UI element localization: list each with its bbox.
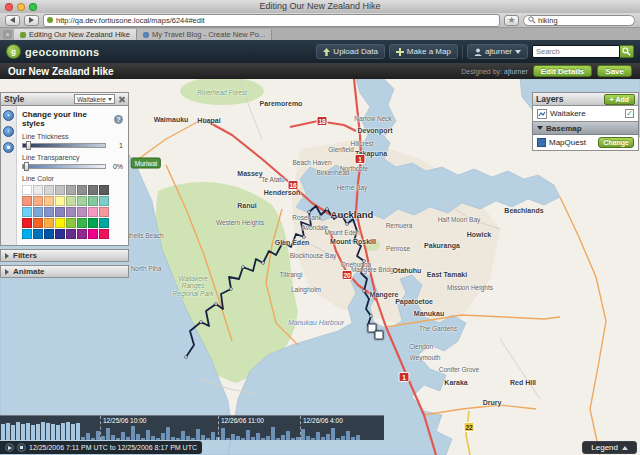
color-swatch[interactable] bbox=[77, 185, 87, 195]
color-swatch[interactable] bbox=[22, 229, 32, 239]
color-swatch[interactable] bbox=[77, 218, 87, 228]
color-swatch[interactable] bbox=[44, 196, 54, 206]
style-panel-header[interactable]: Style Waitakere bbox=[0, 92, 129, 106]
site-search bbox=[532, 45, 634, 58]
color-swatch[interactable] bbox=[22, 196, 32, 206]
browser-search-input[interactable] bbox=[538, 16, 618, 25]
color-swatch[interactable] bbox=[66, 196, 76, 206]
color-swatch[interactable] bbox=[66, 207, 76, 217]
forward-button[interactable] bbox=[24, 15, 39, 26]
timeline-strip[interactable]: 12/25/06 10:0012/26/06 11:0012/26/06 4:0… bbox=[0, 415, 384, 440]
color-swatch[interactable] bbox=[88, 207, 98, 217]
line-thickness-slider[interactable] bbox=[22, 143, 106, 148]
color-swatch[interactable] bbox=[66, 218, 76, 228]
color-swatch[interactable] bbox=[33, 218, 43, 228]
color-swatch[interactable] bbox=[55, 185, 65, 195]
histogram-bar bbox=[26, 423, 30, 440]
color-swatch[interactable] bbox=[22, 218, 32, 228]
histogram-bar bbox=[186, 436, 190, 440]
color-swatch[interactable] bbox=[88, 196, 98, 206]
color-swatch[interactable] bbox=[44, 218, 54, 228]
color-swatch[interactable] bbox=[33, 207, 43, 217]
stop-button[interactable] bbox=[17, 443, 26, 452]
color-swatch[interactable] bbox=[22, 207, 32, 217]
color-swatch[interactable] bbox=[99, 218, 109, 228]
tab-travel-blog[interactable]: My Travel Blog - Create New Po... bbox=[137, 29, 272, 40]
histogram-bar bbox=[21, 424, 25, 440]
filters-title: Filters bbox=[13, 251, 37, 260]
slider-thumb[interactable] bbox=[26, 141, 31, 150]
color-swatch[interactable] bbox=[88, 229, 98, 239]
color-swatch[interactable] bbox=[66, 185, 76, 195]
geocommons-logo[interactable]: g geocommons bbox=[6, 44, 100, 59]
layer-row-waitakere[interactable]: Waitakere bbox=[532, 106, 639, 122]
tab-editing-map[interactable]: Editing Our New Zealand Hike bbox=[14, 29, 137, 40]
histogram-bar bbox=[86, 433, 90, 440]
add-layer-button[interactable]: + Add bbox=[604, 94, 635, 105]
color-swatch[interactable] bbox=[33, 185, 43, 195]
back-button[interactable] bbox=[5, 15, 20, 26]
browser-search[interactable] bbox=[523, 15, 635, 26]
layers-panel-header[interactable]: Layers + Add bbox=[532, 92, 639, 106]
bookmark-button[interactable]: ★ bbox=[504, 15, 519, 26]
color-swatch[interactable] bbox=[88, 218, 98, 228]
line-style-icon[interactable]: / bbox=[3, 126, 14, 137]
color-swatch[interactable] bbox=[44, 185, 54, 195]
color-swatch[interactable] bbox=[55, 218, 65, 228]
make-a-map-button[interactable]: Make a Map bbox=[389, 44, 458, 59]
close-panel-icon[interactable] bbox=[118, 96, 125, 103]
url-input[interactable] bbox=[56, 16, 496, 25]
address-bar[interactable] bbox=[43, 14, 500, 27]
color-swatch[interactable] bbox=[99, 185, 109, 195]
designer-link[interactable]: ajturner bbox=[504, 68, 528, 75]
site-search-button[interactable] bbox=[620, 45, 634, 58]
color-swatch[interactable] bbox=[66, 229, 76, 239]
color-swatch[interactable] bbox=[44, 207, 54, 217]
color-swatch[interactable] bbox=[55, 229, 65, 239]
close-tab-icon[interactable]: × bbox=[3, 30, 12, 39]
color-swatch[interactable] bbox=[99, 196, 109, 206]
color-swatch[interactable] bbox=[99, 207, 109, 217]
color-swatch[interactable] bbox=[33, 229, 43, 239]
style-tool-strip: • / ■ bbox=[1, 106, 17, 245]
basemap-section-header[interactable]: Basemap bbox=[532, 122, 639, 135]
user-menu[interactable]: ajturner bbox=[467, 44, 528, 59]
color-swatch[interactable] bbox=[77, 196, 87, 206]
filters-section[interactable]: Filters bbox=[0, 249, 129, 262]
color-swatch[interactable] bbox=[77, 207, 87, 217]
style-layer-select[interactable]: Waitakere bbox=[74, 94, 115, 104]
histogram-bar bbox=[221, 428, 225, 440]
upload-data-button[interactable]: Upload Data bbox=[316, 44, 384, 59]
point-style-icon[interactable]: • bbox=[3, 110, 14, 121]
polygon-style-icon[interactable]: ■ bbox=[3, 142, 14, 153]
color-swatch[interactable] bbox=[99, 229, 109, 239]
logo-icon: g bbox=[6, 44, 21, 59]
timeline-tick: 12/25/06 10:00 bbox=[100, 416, 101, 440]
site-search-input[interactable] bbox=[532, 45, 620, 58]
slider-thumb[interactable] bbox=[24, 162, 29, 171]
histogram-bar bbox=[6, 423, 10, 440]
play-button[interactable] bbox=[5, 443, 14, 452]
help-icon[interactable]: ? bbox=[114, 115, 123, 124]
color-swatch[interactable] bbox=[22, 185, 32, 195]
basemap-name: MapQuest bbox=[549, 138, 595, 147]
histogram-bar bbox=[31, 425, 35, 440]
layer-visibility-checkbox[interactable] bbox=[625, 109, 634, 118]
map-canvas[interactable]: Riverhead ForestParemoremoWaimaukuHuapai… bbox=[0, 79, 640, 455]
color-swatch[interactable] bbox=[55, 207, 65, 217]
animate-section[interactable]: Animate bbox=[0, 265, 129, 278]
edit-details-button[interactable]: Edit Details bbox=[533, 65, 593, 77]
color-swatch[interactable] bbox=[33, 196, 43, 206]
histogram-bar bbox=[321, 437, 325, 440]
color-swatch[interactable] bbox=[55, 196, 65, 206]
change-basemap-button[interactable]: Change bbox=[598, 137, 634, 148]
histogram-bar bbox=[326, 434, 330, 440]
histogram-bar bbox=[201, 435, 205, 440]
save-button[interactable]: Save bbox=[597, 65, 632, 77]
color-swatch[interactable] bbox=[88, 185, 98, 195]
color-swatch[interactable] bbox=[77, 229, 87, 239]
histogram-bar bbox=[156, 438, 160, 440]
legend-button[interactable]: Legend bbox=[582, 441, 637, 454]
line-transparency-slider[interactable] bbox=[22, 164, 106, 169]
color-swatch[interactable] bbox=[44, 229, 54, 239]
